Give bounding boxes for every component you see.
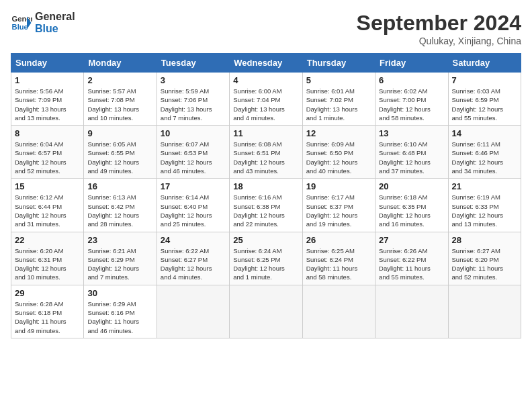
day-cell: 28Sunrise: 6:27 AM Sunset: 6:20 PM Dayli… xyxy=(448,232,521,285)
svg-text:Blue: Blue xyxy=(12,22,28,30)
week-row-0: 1Sunrise: 5:56 AM Sunset: 7:09 PM Daylig… xyxy=(11,73,521,126)
day-info: Sunrise: 6:24 AM Sunset: 6:25 PM Dayligh… xyxy=(233,246,298,282)
calendar-table: SundayMondayTuesdayWednesdayThursdayFrid… xyxy=(11,53,521,338)
day-number: 20 xyxy=(379,181,444,191)
day-info: Sunrise: 6:01 AM Sunset: 7:02 PM Dayligh… xyxy=(306,87,371,122)
day-cell: 25Sunrise: 6:24 AM Sunset: 6:25 PM Dayli… xyxy=(230,232,302,285)
day-info: Sunrise: 6:18 AM Sunset: 6:35 PM Dayligh… xyxy=(379,193,444,228)
day-info: Sunrise: 6:00 AM Sunset: 7:04 PM Dayligh… xyxy=(233,87,298,122)
day-cell: 3Sunrise: 5:59 AM Sunset: 7:06 PM Daylig… xyxy=(157,73,229,126)
day-info: Sunrise: 6:09 AM Sunset: 6:50 PM Dayligh… xyxy=(306,140,371,175)
day-number: 4 xyxy=(233,75,298,85)
day-info: Sunrise: 6:17 AM Sunset: 6:37 PM Dayligh… xyxy=(306,193,371,228)
weekday-header-sunday: Sunday xyxy=(11,54,84,73)
weekday-header-monday: Monday xyxy=(84,54,157,73)
day-cell: 11Sunrise: 6:08 AM Sunset: 6:51 PM Dayli… xyxy=(230,126,302,179)
day-number: 5 xyxy=(306,75,371,85)
day-info: Sunrise: 6:13 AM Sunset: 6:42 PM Dayligh… xyxy=(87,193,152,228)
day-info: Sunrise: 6:27 AM Sunset: 6:20 PM Dayligh… xyxy=(452,246,517,282)
day-info: Sunrise: 6:10 AM Sunset: 6:48 PM Dayligh… xyxy=(379,140,444,175)
day-number: 12 xyxy=(306,128,371,138)
day-cell: 9Sunrise: 6:05 AM Sunset: 6:55 PM Daylig… xyxy=(84,126,157,179)
day-cell: 19Sunrise: 6:17 AM Sunset: 6:37 PM Dayli… xyxy=(302,179,375,232)
day-number: 7 xyxy=(452,75,517,85)
day-cell: 29Sunrise: 6:28 AM Sunset: 6:18 PM Dayli… xyxy=(11,285,84,338)
day-cell: 17Sunrise: 6:14 AM Sunset: 6:40 PM Dayli… xyxy=(157,179,229,232)
day-number: 23 xyxy=(87,235,152,245)
day-info: Sunrise: 6:14 AM Sunset: 6:40 PM Dayligh… xyxy=(161,193,226,228)
day-cell: 13Sunrise: 6:10 AM Sunset: 6:48 PM Dayli… xyxy=(375,126,448,179)
day-cell: 23Sunrise: 6:21 AM Sunset: 6:29 PM Dayli… xyxy=(84,232,157,285)
day-number: 11 xyxy=(233,128,298,138)
week-row-4: 29Sunrise: 6:28 AM Sunset: 6:18 PM Dayli… xyxy=(11,285,521,338)
day-number: 25 xyxy=(233,235,298,245)
weekday-header-wednesday: Wednesday xyxy=(230,54,302,73)
week-row-1: 8Sunrise: 6:04 AM Sunset: 6:57 PM Daylig… xyxy=(11,126,521,179)
day-info: Sunrise: 6:22 AM Sunset: 6:27 PM Dayligh… xyxy=(161,246,226,282)
day-info: Sunrise: 6:19 AM Sunset: 6:33 PM Dayligh… xyxy=(452,193,517,228)
day-number: 10 xyxy=(161,128,226,138)
day-info: Sunrise: 6:11 AM Sunset: 6:46 PM Dayligh… xyxy=(452,140,517,175)
weekday-header-saturday: Saturday xyxy=(448,54,521,73)
day-cell: 2Sunrise: 5:57 AM Sunset: 7:08 PM Daylig… xyxy=(84,73,157,126)
day-number: 30 xyxy=(87,288,152,298)
calendar-body: 1Sunrise: 5:56 AM Sunset: 7:09 PM Daylig… xyxy=(11,73,521,338)
day-number: 16 xyxy=(87,181,152,191)
day-cell: 22Sunrise: 6:20 AM Sunset: 6:31 PM Dayli… xyxy=(11,232,84,285)
weekday-header-tuesday: Tuesday xyxy=(157,54,229,73)
week-row-2: 15Sunrise: 6:12 AM Sunset: 6:44 PM Dayli… xyxy=(11,179,521,232)
page-header: General Blue General Blue September 2024… xyxy=(11,11,521,46)
day-info: Sunrise: 5:57 AM Sunset: 7:08 PM Dayligh… xyxy=(87,87,152,122)
day-cell: 18Sunrise: 6:16 AM Sunset: 6:38 PM Dayli… xyxy=(230,179,302,232)
day-number: 9 xyxy=(87,128,152,138)
month-title: September 2024 xyxy=(357,11,521,36)
day-number: 2 xyxy=(87,75,152,85)
day-cell: 8Sunrise: 6:04 AM Sunset: 6:57 PM Daylig… xyxy=(11,126,84,179)
day-info: Sunrise: 6:08 AM Sunset: 6:51 PM Dayligh… xyxy=(233,140,298,175)
day-info: Sunrise: 6:25 AM Sunset: 6:24 PM Dayligh… xyxy=(306,246,371,282)
day-info: Sunrise: 6:07 AM Sunset: 6:53 PM Dayligh… xyxy=(161,140,226,175)
day-cell xyxy=(302,285,375,338)
day-number: 28 xyxy=(452,235,517,245)
day-cell: 16Sunrise: 6:13 AM Sunset: 6:42 PM Dayli… xyxy=(84,179,157,232)
day-cell: 14Sunrise: 6:11 AM Sunset: 6:46 PM Dayli… xyxy=(448,126,521,179)
day-cell: 12Sunrise: 6:09 AM Sunset: 6:50 PM Dayli… xyxy=(302,126,375,179)
location-subtitle: Qulukay, Xinjiang, China xyxy=(357,36,521,46)
title-block: September 2024 Qulukay, Xinjiang, China xyxy=(357,11,521,46)
day-number: 15 xyxy=(15,181,80,191)
day-number: 24 xyxy=(161,235,226,245)
logo-text-general: General xyxy=(35,11,75,23)
week-row-3: 22Sunrise: 6:20 AM Sunset: 6:31 PM Dayli… xyxy=(11,232,521,285)
weekday-header-friday: Friday xyxy=(375,54,448,73)
day-number: 21 xyxy=(452,181,517,191)
day-info: Sunrise: 6:02 AM Sunset: 7:00 PM Dayligh… xyxy=(379,87,444,122)
day-info: Sunrise: 5:59 AM Sunset: 7:06 PM Dayligh… xyxy=(161,87,226,122)
logo: General Blue General Blue xyxy=(11,11,75,34)
day-cell: 7Sunrise: 6:03 AM Sunset: 6:59 PM Daylig… xyxy=(448,73,521,126)
day-cell: 6Sunrise: 6:02 AM Sunset: 7:00 PM Daylig… xyxy=(375,73,448,126)
day-cell: 30Sunrise: 6:29 AM Sunset: 6:16 PM Dayli… xyxy=(84,285,157,338)
day-number: 3 xyxy=(161,75,226,85)
day-number: 8 xyxy=(15,128,80,138)
day-number: 6 xyxy=(379,75,444,85)
logo-text-blue: Blue xyxy=(35,23,75,35)
day-cell: 15Sunrise: 6:12 AM Sunset: 6:44 PM Dayli… xyxy=(11,179,84,232)
weekday-header-thursday: Thursday xyxy=(302,54,375,73)
day-info: Sunrise: 6:05 AM Sunset: 6:55 PM Dayligh… xyxy=(87,140,152,175)
day-cell xyxy=(230,285,302,338)
day-cell: 10Sunrise: 6:07 AM Sunset: 6:53 PM Dayli… xyxy=(157,126,229,179)
day-cell: 24Sunrise: 6:22 AM Sunset: 6:27 PM Dayli… xyxy=(157,232,229,285)
day-cell xyxy=(448,285,521,338)
day-cell: 4Sunrise: 6:00 AM Sunset: 7:04 PM Daylig… xyxy=(230,73,302,126)
day-cell: 5Sunrise: 6:01 AM Sunset: 7:02 PM Daylig… xyxy=(302,73,375,126)
day-number: 17 xyxy=(161,181,226,191)
day-number: 22 xyxy=(15,235,80,245)
day-info: Sunrise: 6:12 AM Sunset: 6:44 PM Dayligh… xyxy=(15,193,80,228)
day-number: 18 xyxy=(233,181,298,191)
day-info: Sunrise: 5:56 AM Sunset: 7:09 PM Dayligh… xyxy=(15,87,80,122)
logo-icon: General Blue xyxy=(11,12,32,34)
day-number: 19 xyxy=(306,181,371,191)
day-number: 14 xyxy=(452,128,517,138)
day-number: 1 xyxy=(15,75,80,85)
day-number: 27 xyxy=(379,235,444,245)
